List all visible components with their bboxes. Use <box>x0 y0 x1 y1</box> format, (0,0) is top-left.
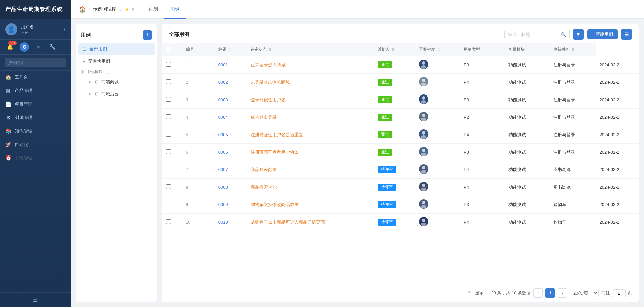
tree-item-frontend[interactable]: ▶ ⊞ 前端商城 ⋮ <box>84 76 155 88</box>
cell-code[interactable]: 0004 <box>214 109 247 126</box>
star-icon[interactable]: ★ <box>125 6 129 12</box>
sidebar-item-product[interactable]: ▦ 产品管理 <box>0 84 71 98</box>
sort-icon[interactable]: ⇅ <box>437 48 440 51</box>
row-checkbox[interactable] <box>166 132 171 137</box>
tools-btn[interactable]: 🔧 <box>48 42 57 52</box>
sort-icon[interactable]: ⇅ <box>228 48 231 51</box>
cell-title[interactable]: 商品搜索功能 <box>247 179 374 196</box>
svg-point-10 <box>422 149 425 152</box>
more-icon[interactable]: ⋮ <box>142 79 150 85</box>
tab-usecase[interactable]: 用例 <box>164 0 186 19</box>
row-checkbox[interactable] <box>166 114 171 119</box>
sidebar-item-test[interactable]: ⚙ 测试管理 <box>0 111 71 124</box>
cell-code[interactable]: 0010 <box>214 214 247 231</box>
add-usecase-btn[interactable]: + <box>143 30 152 40</box>
new-usecase-btn[interactable]: + 新建用例 <box>587 29 618 39</box>
cell-code[interactable]: 0003 <box>214 91 247 109</box>
notification-btn[interactable]: 🔔 99+ <box>5 42 15 52</box>
sort-icon[interactable]: ⇅ <box>527 48 530 51</box>
avatar <box>419 182 428 191</box>
cell-updated: 2024-02-2 <box>596 196 639 214</box>
cell-type: 功能测试 <box>504 109 549 126</box>
cell-title[interactable]: 注册页面可查看用户协议 <box>247 144 374 161</box>
chevron-down-icon[interactable]: ⌄ <box>119 7 122 12</box>
cell-code[interactable]: 0009 <box>214 196 247 214</box>
refresh-icon[interactable]: ↻ <box>468 290 472 296</box>
svg-point-0 <box>422 61 425 65</box>
sidebar-collapse-btn[interactable]: ☰ <box>0 292 71 307</box>
row-checkbox[interactable] <box>166 79 171 84</box>
expand-icon[interactable]: ▶ <box>89 92 91 96</box>
tab-plan[interactable]: 计划 <box>143 0 164 19</box>
table-row: 10 0010 从购物车点击商品可进入商品详情页面 待评审 P4 功能测试 购物… <box>162 214 639 231</box>
chevron-down-icon: ▾ <box>63 27 65 32</box>
search-input[interactable] <box>508 32 559 37</box>
row-checkbox[interactable] <box>166 219 171 224</box>
cell-type: 功能测试 <box>504 196 549 214</box>
list-icon[interactable]: ≡ <box>131 7 134 12</box>
more-icon[interactable]: ⋮ <box>142 91 150 97</box>
sidebar-item-label: 测试管理 <box>15 115 32 121</box>
cell-code[interactable]: 0005 <box>214 126 247 144</box>
more-icon[interactable]: ⋮ <box>105 69 113 75</box>
svg-point-12 <box>422 166 425 169</box>
sort-icon[interactable]: ⇅ <box>196 48 199 51</box>
cell-title[interactable]: 购物车支持修改商品数量 <box>247 196 374 214</box>
tree-item-backend[interactable]: ▶ ⊞ 商城后台 ⋮ <box>84 88 155 100</box>
doc-icon: 📄 <box>5 101 11 107</box>
cell-num: 2 <box>182 74 214 91</box>
home-icon[interactable]: 🏠 <box>79 6 86 13</box>
cell-title[interactable]: 从购物车点击商品可进入商品详情页面 <box>247 214 374 231</box>
cell-title[interactable]: 登录时记住用户名 <box>247 91 374 109</box>
cell-num: 6 <box>182 144 214 161</box>
cell-title[interactable]: 正常登录进入商城 <box>247 56 374 74</box>
cell-type: 功能测试 <box>504 161 549 179</box>
select-all-checkbox[interactable] <box>166 47 171 51</box>
row-checkbox[interactable] <box>166 62 171 67</box>
sort-icon[interactable]: ⇅ <box>482 48 485 51</box>
cell-code[interactable]: 0001 <box>214 56 247 74</box>
cell-title[interactable]: 成功退出登录 <box>247 109 374 126</box>
cell-type: 功能测试 <box>504 126 549 144</box>
sidebar-item-project[interactable]: 📄 项目管理 <box>0 98 71 111</box>
goto-input[interactable] <box>612 289 626 297</box>
cell-module: 图书浏览 <box>549 161 595 179</box>
row-checkbox[interactable] <box>166 202 171 206</box>
cell-title[interactable]: 商品列表翻页 <box>247 161 374 179</box>
page-1-btn[interactable]: 1 <box>545 288 555 298</box>
list-view-btn[interactable]: ☰ <box>621 29 632 40</box>
page-size-select[interactable]: 20条/页 50条/页 100条/页 <box>570 289 599 297</box>
prev-page-btn[interactable]: ‹ <box>533 288 543 298</box>
user-profile[interactable]: 👤 用户名 角色 ▾ <box>0 19 71 40</box>
filter-btn[interactable]: ▼ <box>573 29 584 40</box>
sidebar-item-workbench[interactable]: 🏠 工作台 <box>0 71 71 84</box>
sidebar-item-automation[interactable]: 🚀 自动化 <box>0 138 71 151</box>
sort-icon[interactable]: ⇅ <box>572 48 574 51</box>
cell-code[interactable]: 0008 <box>214 179 247 196</box>
tree-item-nomodule[interactable]: ≡ 无模块用例 <box>78 55 155 67</box>
sort-icon[interactable]: ⇅ <box>392 48 394 51</box>
row-checkbox[interactable] <box>166 167 171 171</box>
cell-title[interactable]: 注册时验证用户名是否重复 <box>247 126 374 144</box>
tree-item-label: 无模块用例 <box>88 58 150 64</box>
search-input[interactable] <box>5 58 66 67</box>
cell-code[interactable]: 0002 <box>214 74 247 91</box>
row-checkbox[interactable] <box>166 97 171 102</box>
cell-status: 通过 <box>374 91 415 109</box>
tree-item-all[interactable]: ☰ 全部用例 <box>78 43 155 55</box>
expand-icon[interactable]: ▶ <box>89 80 91 84</box>
sidebar-item-knowledge[interactable]: 📚 知识管理 <box>0 124 71 138</box>
cell-code[interactable]: 0007 <box>214 161 247 179</box>
cell-title[interactable]: 未登录状态浏览商城 <box>247 74 374 91</box>
next-page-btn[interactable]: › <box>558 288 567 298</box>
row-checkbox[interactable] <box>166 149 171 154</box>
cell-code[interactable]: 0006 <box>214 144 247 161</box>
right-panel-title: 全部用例 <box>169 31 189 38</box>
svg-point-6 <box>422 114 425 117</box>
settings-btn[interactable]: ⚙ <box>20 42 29 52</box>
help-btn[interactable]: ? <box>34 42 43 52</box>
row-checkbox[interactable] <box>166 184 171 189</box>
content-area: 用例 + ☰ 全部用例 ≡ 无模块用例 ⊞ 用例模块 ⋮ ▶ <box>71 19 644 307</box>
sort-icon[interactable]: ⇅ <box>269 48 271 51</box>
cell-updated: 2024-02-2 <box>596 109 639 126</box>
